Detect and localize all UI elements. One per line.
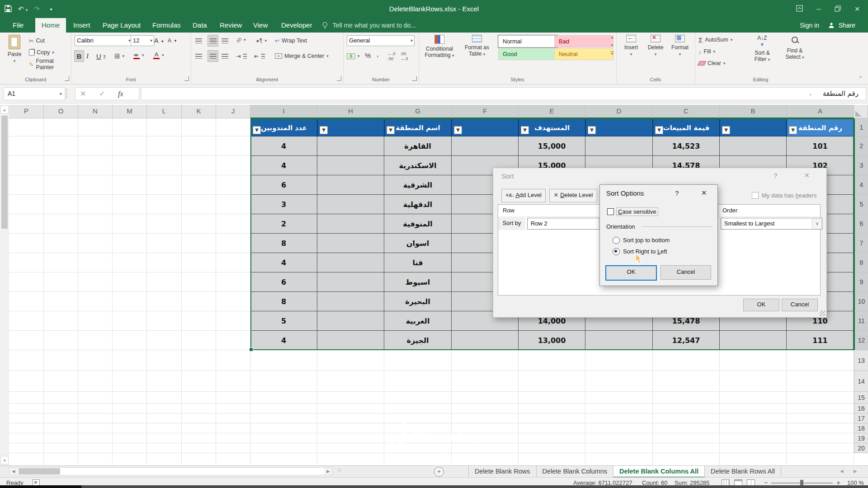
my-data-has-headers-checkbox[interactable] <box>752 192 759 199</box>
table-cell[interactable]: البحيرة <box>384 292 452 311</box>
filter-dropdown-icon[interactable]: ▼ <box>789 126 797 134</box>
table-cell[interactable]: 4 <box>250 253 317 272</box>
table-header-cell[interactable]: ▼ <box>720 118 787 136</box>
table-cell[interactable] <box>317 195 384 214</box>
order-select-chevron-icon[interactable]: ˅ <box>812 218 822 229</box>
filter-dropdown-icon[interactable]: ▼ <box>722 126 730 134</box>
sort-right-to-left-radio[interactable] <box>613 248 620 255</box>
table-header-cell[interactable]: المستهدف▼ <box>519 118 585 136</box>
case-sensitive-checkbox[interactable] <box>607 208 614 215</box>
sort-cancel-button[interactable]: Cancel <box>782 299 818 311</box>
table-cell[interactable] <box>317 253 384 272</box>
row-header-14[interactable]: 14 <box>854 371 868 392</box>
filter-dropdown-icon[interactable]: ▼ <box>588 126 596 134</box>
table-cell[interactable] <box>452 331 519 350</box>
table-header-cell[interactable]: اسم المنطقة▼ <box>384 118 452 136</box>
table-cell[interactable]: 4 <box>250 136 317 156</box>
table-cell[interactable]: الشرقية <box>384 175 452 195</box>
vertical-scrollbar-thumb[interactable] <box>1 116 8 229</box>
column-header-D[interactable]: D <box>585 105 653 118</box>
sort-ok-button[interactable]: OK <box>743 299 779 311</box>
column-header-F[interactable]: F <box>452 105 519 118</box>
table-cell[interactable] <box>317 175 384 195</box>
row-header-1[interactable]: 1 <box>854 118 868 136</box>
table-cell[interactable]: 111 <box>787 331 854 350</box>
column-header-B[interactable]: B <box>720 105 787 118</box>
table-cell[interactable] <box>585 136 653 156</box>
filter-dropdown-icon[interactable]: ▼ <box>454 126 462 134</box>
table-cell[interactable]: 4 <box>250 331 317 350</box>
row-header-15[interactable]: 15 <box>854 392 868 404</box>
row-header-10[interactable]: 10 <box>854 292 868 311</box>
table-cell[interactable]: 6 <box>250 175 317 195</box>
sort-options-help-icon[interactable]: ? <box>675 189 679 197</box>
table-cell[interactable]: الاسكندرية <box>384 156 452 175</box>
order-select[interactable]: Smallest to Largest˅ <box>721 218 822 230</box>
table-cell[interactable]: 15,000 <box>519 136 585 156</box>
select-all-corner[interactable] <box>854 105 868 118</box>
case-sensitive-label[interactable]: Case sensitive <box>617 208 658 216</box>
scroll-down-icon[interactable]: ▼ <box>0 456 9 465</box>
row-header-9[interactable]: 9 <box>854 272 868 292</box>
row-header-16[interactable]: 16 <box>854 404 868 413</box>
table-cell[interactable]: 13,000 <box>519 331 585 350</box>
scroll-up-icon[interactable]: ▲ <box>0 105 9 114</box>
sort-top-to-bottom-radio[interactable] <box>613 237 620 244</box>
table-cell[interactable]: 3 <box>250 195 317 214</box>
sort-dialog-help-icon[interactable]: ? <box>774 172 777 179</box>
table-cell[interactable]: اسوان <box>384 234 452 253</box>
table-header-cell[interactable]: رقم المنطقة▼ <box>787 118 854 136</box>
resize-grip[interactable] <box>820 310 825 316</box>
table-cell[interactable] <box>317 156 384 175</box>
table-cell[interactable] <box>317 214 384 234</box>
table-header-cell[interactable]: ▼ <box>317 118 384 136</box>
sort-options-close-icon[interactable]: ✕ <box>701 189 707 197</box>
row-header-17[interactable]: 17 <box>854 413 868 423</box>
table-cell[interactable]: الجيزة <box>384 331 452 350</box>
column-header-E[interactable]: E <box>519 105 585 118</box>
row-header-8[interactable]: 8 <box>854 253 868 272</box>
table-cell[interactable]: اسيوط <box>384 272 452 292</box>
filter-dropdown-icon[interactable]: ▼ <box>320 126 328 134</box>
column-header-A[interactable]: A <box>787 105 854 118</box>
table-cell[interactable]: 8 <box>250 234 317 253</box>
table-cell[interactable]: 8 <box>250 292 317 311</box>
row-header-2[interactable]: 2 <box>854 136 868 156</box>
filter-dropdown-icon[interactable]: ▼ <box>387 126 395 134</box>
filter-dropdown-icon[interactable]: ▼ <box>253 126 261 134</box>
table-cell[interactable]: المنوفية <box>384 214 452 234</box>
column-header-P[interactable]: P <box>9 105 44 118</box>
row-header-11[interactable]: 11 <box>854 311 868 331</box>
row-header-13[interactable]: 13 <box>854 350 868 371</box>
sort-dialog-close-icon[interactable]: ✕ <box>804 172 810 179</box>
column-header-H[interactable]: H <box>317 105 384 118</box>
table-cell[interactable] <box>317 292 384 311</box>
column-header-O[interactable]: O <box>44 105 78 118</box>
add-level-button[interactable]: +A↓ Add Level <box>501 189 546 202</box>
column-header-N[interactable]: N <box>78 105 113 118</box>
table-cell[interactable]: 5 <box>250 311 317 331</box>
row-header-18[interactable]: 18 <box>854 423 868 433</box>
sort-right-to-left-label[interactable]: Sort Right to Left <box>623 248 667 255</box>
table-cell[interactable] <box>317 331 384 350</box>
row-header-7[interactable]: 7 <box>854 234 868 253</box>
table-cell[interactable]: 2 <box>250 214 317 234</box>
row-header-6[interactable]: 6 <box>854 214 868 234</box>
table-cell[interactable] <box>317 311 384 331</box>
row-header-12[interactable]: 12 <box>854 331 868 350</box>
sort-top-to-bottom-label[interactable]: Sort top to bottom <box>623 237 670 244</box>
table-cell[interactable] <box>585 331 653 350</box>
table-cell[interactable]: 12,547 <box>653 331 720 350</box>
table-cell[interactable]: قنا <box>384 253 452 272</box>
column-header-I[interactable]: I <box>250 105 317 118</box>
column-header-C[interactable]: C <box>653 105 720 118</box>
column-header-J[interactable]: J <box>216 105 250 118</box>
table-cell[interactable]: 6 <box>250 272 317 292</box>
table-header-cell[interactable]: ▼ <box>585 118 653 136</box>
row-header-19[interactable]: 19 <box>854 433 868 443</box>
sort-by-select[interactable]: Row 2˅ <box>527 218 609 230</box>
table-cell[interactable]: الدقهلية <box>384 195 452 214</box>
filter-dropdown-icon[interactable]: ▼ <box>655 126 663 134</box>
column-header-G[interactable]: G <box>384 105 452 118</box>
table-cell[interactable]: الغربية <box>384 311 452 331</box>
